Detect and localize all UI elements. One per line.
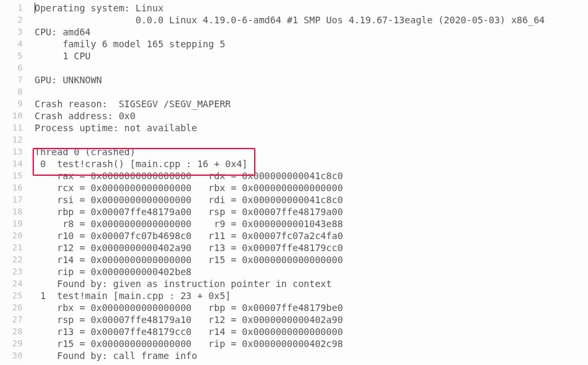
line-number: 30: [0, 350, 23, 362]
line-number: 13: [0, 146, 23, 158]
line-number: 27: [0, 314, 23, 326]
line-number: 17: [0, 194, 23, 206]
code-line: r14 = 0x0000000000000000 r15 = 0x0000000…: [35, 254, 588, 266]
code-line: rip = 0x0000000000402be8: [35, 266, 588, 278]
line-number: 21: [0, 242, 23, 254]
code-line: rax = 0x0000000000000000 rdx = 0x0000000…: [35, 170, 588, 182]
code-line: r12 = 0x0000000000402a90 r13 = 0x00007ff…: [35, 242, 588, 254]
code-line: 1 test!main [main.cpp : 23 + 0x5]: [35, 290, 588, 302]
line-number: 1: [0, 2, 23, 14]
code-line: r10 = 0x00007fc07b4698c0 r11 = 0x00007fc…: [35, 230, 588, 242]
line-number: 3: [0, 26, 23, 38]
code-line: 0 test!crash() [main.cpp : 16 + 0x4]: [35, 158, 588, 170]
line-number: 4: [0, 38, 23, 50]
code-line: [35, 134, 588, 146]
line-number: 16: [0, 182, 23, 194]
line-number: 14: [0, 158, 23, 170]
code-line: rsp = 0x00007ffe48179a10 r12 = 0x0000000…: [35, 314, 588, 326]
code-line: r8 = 0x0000000000000000 r9 = 0x000000000…: [35, 218, 588, 230]
code-area[interactable]: Operating system: Linux 0.0.0 Linux 4.19…: [27, 0, 588, 365]
code-line: Crash reason: SIGSEGV /SEGV_MAPERR: [35, 98, 588, 110]
code-line: rbp = 0x00007ffe48179a00 rsp = 0x00007ff…: [35, 206, 588, 218]
code-line: 1 CPU: [35, 50, 588, 62]
code-line: [35, 86, 588, 98]
code-line: r15 = 0x0000000000000000 rip = 0x0000000…: [35, 338, 588, 350]
code-line: Crash address: 0x0: [35, 110, 588, 122]
line-number: 5: [0, 50, 23, 62]
line-number: 20: [0, 230, 23, 242]
code-line: Found by: call frame info: [35, 350, 588, 362]
line-number: 19: [0, 218, 23, 230]
line-number: 29: [0, 338, 23, 350]
line-number: 15: [0, 170, 23, 182]
line-number: 6: [0, 62, 23, 74]
line-number: 25: [0, 290, 23, 302]
line-number: 24: [0, 278, 23, 290]
line-number: 7: [0, 74, 23, 86]
code-line: rcx = 0x0000000000000000 rbx = 0x0000000…: [35, 182, 588, 194]
line-number: 8: [0, 86, 23, 98]
line-number: 12: [0, 134, 23, 146]
code-line: CPU: amd64: [35, 26, 588, 38]
code-line: rsi = 0x0000000000000000 rdi = 0x0000000…: [35, 194, 588, 206]
code-line: rbx = 0x0000000000000000 rbp = 0x00007ff…: [35, 302, 588, 314]
code-editor: 1234567891011121314151617181920212223242…: [0, 0, 588, 365]
text-cursor: [35, 3, 35, 13]
code-line: Thread 0 (crashed): [35, 146, 588, 158]
code-line: 0.0.0 Linux 4.19.0-6-amd64 #1 SMP Uos 4.…: [35, 14, 588, 26]
line-number: 28: [0, 326, 23, 338]
code-line: Process uptime: not available: [35, 122, 588, 134]
line-number: 23: [0, 266, 23, 278]
code-line: Operating system: Linux: [35, 2, 588, 14]
code-line: [35, 62, 588, 74]
code-line: Found by: given as instruction pointer i…: [35, 278, 588, 290]
line-number: 22: [0, 254, 23, 266]
line-number: 9: [0, 98, 23, 110]
code-line: r13 = 0x00007ffe48179cc0 r14 = 0x0000000…: [35, 326, 588, 338]
line-number: 11: [0, 122, 23, 134]
code-line: GPU: UNKNOWN: [35, 74, 588, 86]
line-number-gutter: 1234567891011121314151617181920212223242…: [0, 0, 27, 365]
line-number: 2: [0, 14, 23, 26]
line-number: 26: [0, 302, 23, 314]
line-number: 10: [0, 110, 23, 122]
line-number: 18: [0, 206, 23, 218]
code-line: family 6 model 165 stepping 5: [35, 38, 588, 50]
